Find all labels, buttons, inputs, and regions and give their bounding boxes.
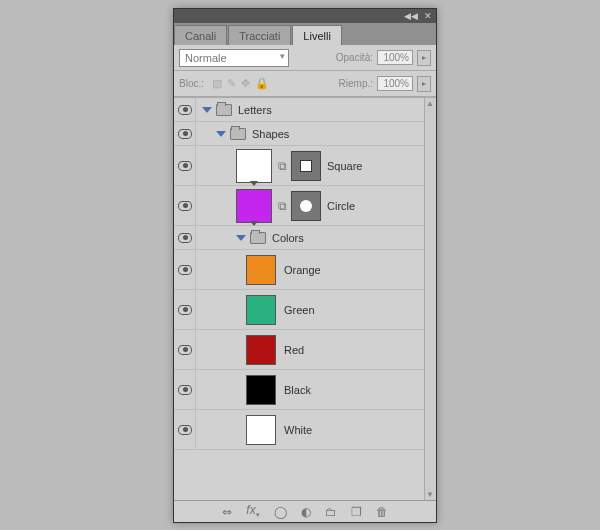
fill-label: Riemp.:: [339, 78, 373, 89]
layer-name: Green: [284, 304, 315, 316]
layer-row-color[interactable]: Green: [174, 290, 436, 330]
new-group-icon[interactable]: 🗀: [325, 505, 337, 519]
layer-row-color[interactable]: Black: [174, 370, 436, 410]
layer-style-icon[interactable]: fx▾: [246, 503, 259, 519]
layers-panel: ◀◀ ✕ Canali Tracciati Livelli Normale Op…: [173, 8, 437, 523]
blend-mode-select[interactable]: Normale: [179, 49, 289, 67]
fill-flyout-button[interactable]: ▸: [417, 76, 431, 92]
panel-footer: ⇔ fx▾ ◯ ◐ 🗀 ❐ 🗑: [174, 500, 436, 522]
tab-channels[interactable]: Canali: [174, 25, 227, 45]
group-row-letters[interactable]: Letters: [174, 98, 436, 122]
layer-thumbnail[interactable]: [246, 335, 276, 365]
opacity-label: Opacità:: [336, 52, 373, 63]
layer-name: White: [284, 424, 312, 436]
visibility-toggle[interactable]: [178, 385, 192, 395]
lock-all-icon[interactable]: 🔒: [255, 77, 269, 90]
layer-row-square[interactable]: ⧉ Square: [174, 146, 436, 186]
lock-icons: ▧ ✎ ✥ 🔒: [212, 77, 269, 90]
collapse-icon[interactable]: ◀◀: [404, 11, 418, 21]
group-name: Shapes: [252, 128, 289, 140]
visibility-toggle[interactable]: [178, 425, 192, 435]
folder-icon: [230, 128, 246, 140]
visibility-toggle[interactable]: [178, 305, 192, 315]
opacity-input[interactable]: 100%: [377, 50, 413, 65]
visibility-toggle[interactable]: [178, 129, 192, 139]
disclosure-icon[interactable]: [216, 131, 226, 137]
lock-label: Bloc.:: [179, 78, 204, 89]
opacity-flyout-button[interactable]: ▸: [417, 50, 431, 66]
folder-icon: [250, 232, 266, 244]
fill-input[interactable]: 100%: [377, 76, 413, 91]
layer-name: Black: [284, 384, 311, 396]
new-layer-icon[interactable]: ❐: [351, 505, 362, 519]
mask-link-icon[interactable]: ⧉: [278, 199, 287, 213]
layer-name: Red: [284, 344, 304, 356]
layer-thumbnail[interactable]: [236, 189, 272, 223]
options-row-1: Normale Opacità: 100% ▸: [174, 45, 436, 71]
folder-icon: [216, 104, 232, 116]
layer-row-color[interactable]: Red: [174, 330, 436, 370]
layer-list: Letters Shapes ⧉ Square ⧉ Circle: [174, 97, 436, 500]
tab-paths[interactable]: Tracciati: [228, 25, 291, 45]
layer-row-color[interactable]: Orange: [174, 250, 436, 290]
layer-thumbnail[interactable]: [246, 375, 276, 405]
layer-thumbnail[interactable]: [246, 255, 276, 285]
disclosure-icon[interactable]: [202, 107, 212, 113]
layer-mask-thumbnail[interactable]: [291, 151, 321, 181]
group-row-colors[interactable]: Colors: [174, 226, 436, 250]
visibility-toggle[interactable]: [178, 161, 192, 171]
lock-transparency-icon[interactable]: ▧: [212, 77, 222, 90]
layer-mask-thumbnail[interactable]: [291, 191, 321, 221]
lock-position-icon[interactable]: ✥: [241, 77, 250, 90]
disclosure-icon[interactable]: [236, 235, 246, 241]
lock-pixels-icon[interactable]: ✎: [227, 77, 236, 90]
group-name: Letters: [238, 104, 272, 116]
adjustment-layer-icon[interactable]: ◐: [301, 505, 311, 519]
tab-layers[interactable]: Livelli: [292, 25, 342, 45]
layer-name: Square: [327, 160, 362, 172]
delete-layer-icon[interactable]: 🗑: [376, 505, 388, 519]
options-row-2: Bloc.: ▧ ✎ ✥ 🔒 Riemp.: 100% ▸: [174, 71, 436, 97]
visibility-toggle[interactable]: [178, 265, 192, 275]
close-icon[interactable]: ✕: [424, 11, 432, 21]
group-row-shapes[interactable]: Shapes: [174, 122, 436, 146]
layer-thumbnail[interactable]: [236, 149, 272, 183]
panel-tabs: Canali Tracciati Livelli: [174, 23, 436, 45]
mask-link-icon[interactable]: ⧉: [278, 159, 287, 173]
layer-thumbnail[interactable]: [246, 415, 276, 445]
link-layers-icon[interactable]: ⇔: [222, 505, 232, 519]
panel-titlebar: ◀◀ ✕: [174, 9, 436, 23]
layer-row-circle[interactable]: ⧉ Circle: [174, 186, 436, 226]
layer-row-color[interactable]: White: [174, 410, 436, 450]
visibility-toggle[interactable]: [178, 201, 192, 211]
visibility-toggle[interactable]: [178, 345, 192, 355]
visibility-toggle[interactable]: [178, 105, 192, 115]
visibility-toggle[interactable]: [178, 233, 192, 243]
layer-thumbnail[interactable]: [246, 295, 276, 325]
layer-name: Circle: [327, 200, 355, 212]
layer-mask-icon[interactable]: ◯: [274, 505, 287, 519]
layer-name: Orange: [284, 264, 321, 276]
group-name: Colors: [272, 232, 304, 244]
scrollbar[interactable]: [424, 98, 435, 500]
